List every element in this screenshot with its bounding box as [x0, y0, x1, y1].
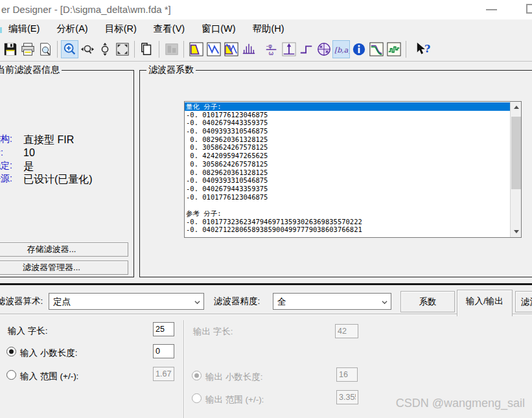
input-fraclength-label: 输入 小数长度: [20, 347, 78, 359]
filter-info-button[interactable] [350, 40, 367, 58]
full-view-button[interactable] [113, 40, 131, 58]
menu-view[interactable]: 查看(V) [145, 20, 193, 38]
group-delay-button[interactable] [240, 40, 257, 58]
vertical-scrollbar[interactable] [510, 102, 521, 237]
print-to-figure-button[interactable] [163, 40, 180, 58]
column-divider [183, 320, 185, 418]
groove-divider [0, 314, 532, 315]
stable-label: 稳定: [0, 160, 12, 170]
scroll-down-icon[interactable] [511, 226, 522, 237]
impulse-response-button[interactable] [280, 40, 297, 58]
filter-arithmetic-bar: 滤波器算术: 定点 滤波器精度: 全 系数 输入/输出 滤波 [0, 285, 532, 316]
menu-analysis[interactable]: 分析(A) [48, 20, 96, 38]
window-title: er Designer - [D:\sigma_delta\wm.fda *] [1, 4, 171, 15]
scrollbar-thumb[interactable] [511, 117, 521, 189]
filter-precision-label: 滤波器精度: [214, 296, 260, 307]
svg-text:?: ? [424, 43, 430, 55]
output-fraclength-field [336, 367, 358, 382]
pole-zero-plot-button[interactable] [315, 40, 332, 58]
save-button[interactable] [1, 40, 19, 58]
tab-filter-internals[interactable]: 滤波 [515, 291, 532, 312]
order-value: 10 [23, 147, 35, 159]
magnitude-response-button[interactable] [187, 40, 205, 58]
tab-coefficients[interactable]: 系数 [400, 291, 455, 312]
list-item[interactable]: -0. 0402679443359375 [185, 119, 510, 127]
help-button[interactable]: ? [415, 40, 432, 58]
list-item[interactable] [185, 201, 510, 209]
print-icon [21, 42, 35, 56]
save-icon [3, 42, 17, 56]
menu-help[interactable]: 帮助(H) [244, 20, 293, 38]
list-item[interactable]: 量化 分子: [185, 102, 510, 111]
output-range-radio [192, 393, 202, 403]
filter-manager-button[interactable]: 滤波器管理器... [0, 261, 128, 275]
filter-coefficients-button[interactable]: [b,a] [332, 40, 350, 58]
impulse-response-icon [282, 42, 296, 56]
filter-arithmetic-value: 定点 [53, 296, 71, 308]
step-response-button[interactable] [297, 40, 315, 58]
toolbar-separator [406, 41, 406, 58]
zoom-y-icon [98, 42, 112, 56]
list-item[interactable]: 0. 0829620361328125 [185, 168, 510, 177]
watermark-text: CSDN @wangmeng_sail [396, 397, 525, 410]
menu-edit[interactable]: 编辑(E) [0, 20, 48, 38]
print-preview-icon [38, 42, 52, 56]
list-item[interactable]: -0. 010177323623479469713593026369835570… [185, 218, 510, 226]
chevron-down-icon [194, 299, 200, 305]
maximize-icon[interactable] [526, 4, 532, 14]
menu-window[interactable]: 窗口(W) [193, 20, 244, 38]
source-label: 来源: [0, 173, 12, 183]
phase-response-button[interactable] [205, 40, 222, 58]
filter-arithmetic-select[interactable]: 定点 [49, 293, 204, 310]
output-fraclength-label: 输出 小数长度: [205, 371, 263, 383]
round-off-noise-psd-button[interactable] [385, 40, 402, 58]
filter-stable-row: 稳定: [0, 160, 12, 172]
print-button[interactable] [19, 40, 36, 58]
phase-response-icon [207, 42, 221, 56]
output-wordlength-label: 输出 字长: [193, 326, 233, 338]
input-wordlength-field[interactable] [153, 322, 174, 336]
input-wordlength-label: 输入 字长: [8, 325, 48, 337]
list-item[interactable]: -0. 0101776123046875 [185, 111, 510, 119]
coefficients-listbox[interactable]: 量化 分子: -0. 0101776123046875 -0. 04026794… [184, 101, 522, 238]
list-item[interactable]: 0. 4242095947265625 [185, 152, 510, 160]
tab-input-output[interactable]: 输入/输出 [457, 290, 513, 316]
store-filter-button[interactable]: 存储滤波器... [0, 242, 128, 257]
new-session-button[interactable] [138, 40, 156, 58]
menu-targets[interactable]: 目标(R) [97, 20, 145, 38]
list-item[interactable]: 0. 0829620361328125 [185, 135, 510, 144]
list-item[interactable]: 参考 分子: [185, 209, 510, 218]
output-wordlength-field [335, 324, 358, 338]
print-preview-button[interactable] [36, 40, 54, 58]
magnitude-phase-response-button[interactable] [222, 40, 240, 58]
structure-label: 结构: [0, 134, 12, 144]
list-item[interactable]: 0. 3058624267578125 [185, 143, 510, 152]
zoom-in-button[interactable] [61, 40, 78, 58]
list-item[interactable]: -0. 0409393310546875 [185, 176, 510, 185]
input-range-radio[interactable] [6, 370, 16, 380]
scroll-up-icon[interactable] [511, 102, 522, 113]
list-item[interactable]: -0. 0409393310546875 [185, 127, 510, 135]
filter-precision-value: 全 [277, 296, 286, 308]
filter-order-row: 阶: [0, 147, 3, 159]
minimize-icon[interactable] [486, 9, 497, 10]
phase-delay-button[interactable]: -φ ω [262, 40, 280, 58]
filter-info-icon [352, 42, 366, 56]
toolbar: -φ ω [0, 38, 532, 62]
zoom-x-button[interactable] [78, 40, 96, 58]
zoom-y-button[interactable] [96, 40, 113, 58]
coeff-panel-title: 滤波器系数 [146, 64, 196, 76]
magnitude-response-estimate-button[interactable] [367, 40, 385, 58]
svg-text:ω: ω [268, 49, 273, 56]
input-fraclength-field[interactable] [153, 344, 174, 358]
list-item[interactable]: -0. 0101776123046875 [185, 193, 510, 202]
filter-precision-select[interactable]: 全 [273, 293, 391, 310]
current-filter-info-panel: 当前滤波器信息 结构: 直接型 FIR 阶: 10 稳定: 是 来源: 已设计(… [0, 70, 134, 277]
list-item[interactable]: 0. 3058624267578125 [185, 160, 510, 168]
filter-designer-window: er Designer - [D:\sigma_delta\wm.fda *] … [0, 0, 532, 418]
filter-structure-row: 结构: [0, 134, 12, 145]
stable-value: 是 [23, 160, 34, 174]
input-fraclength-radio[interactable] [6, 347, 16, 356]
list-item[interactable]: -0. 0402679443359375 [185, 185, 510, 193]
list-item[interactable]: -0. 040271228065893859004997779038603766… [185, 226, 510, 234]
